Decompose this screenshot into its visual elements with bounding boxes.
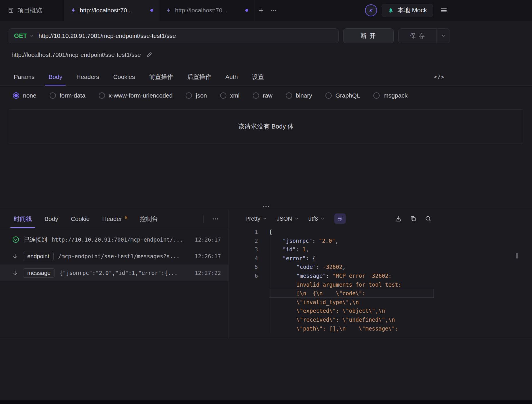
radio-label: form-data [60,92,86,99]
request-tab-Cookies[interactable]: Cookies [113,68,135,85]
chevron-down-icon [295,217,299,221]
code-line: Invalid arguments for tool test: [229,280,532,289]
line-number [229,280,269,289]
body-type-option-x-www-form-urlencoded[interactable]: x-www-form-urlencoded [99,92,173,99]
request-doc-tab-1[interactable]: http://localhost:70... [64,0,160,21]
request-tab-前置操作[interactable]: 前置操作 [149,68,173,85]
code-token: : [296,246,302,252]
code-token: "jsonrpc" [283,238,312,244]
search-button[interactable] [425,215,432,222]
response-tabs: 时间线BodyCookieHeader6控制台 [0,210,228,228]
code-token: "error" [283,255,306,261]
line-number [229,315,269,324]
body-type-option-form-data[interactable]: form-data [50,92,86,99]
viewer-icon-group [395,215,432,222]
indent-guide [269,236,269,333]
code-content: "id": 1, [269,245,434,254]
code-content: "code": -32602, [269,263,434,271]
response-tab-Cookie[interactable]: Cookie [71,210,90,228]
disconnect-button[interactable]: 断 开 [343,28,394,43]
timeline-event-text: /mcp-endpoint/sse-test1/messages?s... [58,253,190,259]
sync-status-icon[interactable] [365,4,377,16]
radio-label: binary [296,92,312,99]
timeline-event-time: 12:26:17 [195,236,221,243]
body-type-option-raw[interactable]: raw [253,92,273,99]
word-wrap-toggle[interactable] [334,213,346,224]
project-overview-icon [8,7,14,13]
response-tab-label: 时间线 [14,215,32,223]
code-token: : [316,264,323,270]
word-wrap-icon [337,215,343,222]
response-tab-Body[interactable]: Body [44,210,58,228]
response-tab-Header[interactable]: Header6 [102,210,127,228]
header-count-badge: 6 [125,215,127,221]
code-token: 1 [302,246,306,252]
download-button[interactable] [395,215,402,222]
response-tab-label: Body [44,215,58,222]
line-number: 5 [229,263,269,271]
radio-label: json [196,92,207,99]
code-line: 3"id": 1, [229,245,532,254]
tab-more-button[interactable] [267,4,280,17]
edit-icon[interactable] [146,52,152,58]
response-tab-时间线[interactable]: 时间线 [14,210,32,228]
response-section: 时间线BodyCookieHeader6控制台 已连接到http://10.10… [0,210,532,338]
menu-button[interactable] [438,4,450,17]
body-type-option-json[interactable]: json [186,92,207,99]
code-content: \"invalid_type\",\n [269,298,434,307]
pane-splitter[interactable] [0,205,532,210]
request-tab-后置操作[interactable]: 后置操作 [187,68,211,85]
code-line: 1{ [229,228,532,236]
timeline-event-time: 12:27:22 [195,270,221,276]
scrollbar-thumb[interactable] [516,253,518,259]
save-button[interactable]: 保 存 [399,29,436,43]
radio-label: GraphQL [335,92,360,99]
splitter-grip-icon [263,206,269,207]
content-spacer [0,143,532,205]
copy-button[interactable] [410,215,417,222]
code-token: : [312,238,319,244]
request-tabs: ParamsBodyHeadersCookies前置操作后置操作Auth设置 <… [0,68,532,86]
save-button-group: 保 存 [398,28,450,43]
body-type-option-none[interactable]: none [13,92,36,99]
method-label: GET [14,32,27,40]
code-token: : [306,255,312,261]
request-tab-Auth[interactable]: Auth [226,68,238,85]
language-select[interactable]: JSON [277,215,298,222]
radio-icon [325,92,332,99]
resolved-url-row: http://localhost:7001/mcp-endpoint/sse-t… [11,50,532,59]
request-tab-Body[interactable]: Body [48,68,62,85]
code-token: "message" [296,273,326,279]
request-tabs-list: ParamsBodyHeadersCookies前置操作后置操作Auth设置 [14,68,264,85]
environment-selector[interactable]: 本地 Mock [382,4,433,17]
code-view-icon[interactable]: </> [434,73,444,80]
timeline-row[interactable]: 已连接到http://10.10.20.91:7001/mcp-endpoint… [0,231,228,248]
save-dropdown-button[interactable] [436,29,450,43]
code-area[interactable]: 1{2"jsonrpc": "2.0",3"id": 1,4"error": {… [229,228,532,333]
new-tab-button[interactable] [255,4,267,17]
method-select[interactable]: GET [14,32,34,40]
line-number: 4 [229,254,269,263]
url-input[interactable] [38,32,333,39]
response-tab-控制台[interactable]: 控制台 [140,210,158,228]
body-type-option-GraphQL[interactable]: GraphQL [325,92,360,99]
body-type-option-msgpack[interactable]: msgpack [373,92,407,99]
body-empty-state: 该请求没有 Body 体 [9,109,523,143]
project-overview-tab[interactable]: 项目概览 [0,0,64,21]
line-number [229,289,269,298]
radio-icon [286,92,292,99]
timeline-event-tag: message [23,268,55,278]
request-tab-设置[interactable]: 设置 [252,68,264,85]
timeline-row[interactable]: message{"jsonrpc":"2.0","id":1,"error":{… [0,265,228,281]
tabs-divider [203,215,204,223]
body-type-option-binary[interactable]: binary [286,92,312,99]
request-tab-Headers[interactable]: Headers [76,68,99,85]
body-type-option-xml[interactable]: xml [220,92,240,99]
encoding-select[interactable]: utf8 [308,215,325,222]
request-tab-Params[interactable]: Params [14,68,34,85]
code-token: "code" [296,264,316,270]
timeline-row[interactable]: endpoint/mcp-endpoint/sse-test1/messages… [0,248,228,265]
response-more-button[interactable] [209,213,222,225]
format-select[interactable]: Pretty [245,215,267,222]
request-doc-tab-2[interactable]: http://localhost:70... [160,0,255,21]
